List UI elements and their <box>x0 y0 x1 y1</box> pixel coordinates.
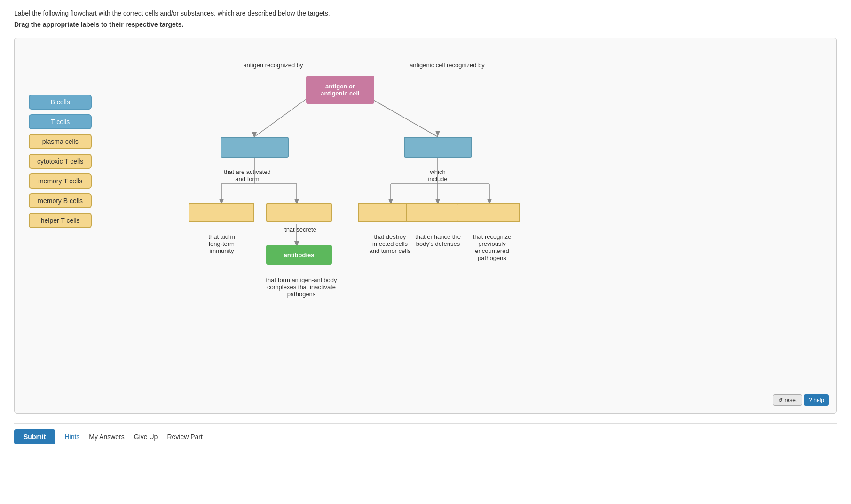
reset-button[interactable]: ↺ reset <box>773 394 802 406</box>
label-t-cells[interactable]: T cells <box>29 114 92 129</box>
label-memory-t-cells[interactable]: memory T cells <box>29 173 92 189</box>
svg-marker-10 <box>435 131 440 137</box>
left-y1-text: that aid in long-term immunity <box>188 226 256 254</box>
label-helper-t-cells[interactable]: helper T cells <box>29 213 92 228</box>
label-plasma-cells[interactable]: plasma cells <box>29 134 92 149</box>
submit-button[interactable]: Submit <box>14 429 55 444</box>
flowchart: antigen or antigenic cell antigen recogn… <box>118 47 827 386</box>
main-instructions: Label the following flowchart with the c… <box>14 9 837 17</box>
label-memory-b-cells[interactable]: memory B cells <box>29 193 92 208</box>
label-b-cells[interactable]: B cells <box>29 94 92 110</box>
activity-area: B cells T cells plasma cells cytotoxic T… <box>14 38 837 414</box>
svg-line-9 <box>372 99 438 137</box>
antigen-cell-box: antigen or antigenic cell <box>306 76 374 104</box>
drag-instructions: Drag the appropriate labels to their res… <box>14 21 837 28</box>
label-cytotoxic-t-cells[interactable]: cytotoxic T cells <box>29 154 92 169</box>
bottom-toolbar: Submit Hints My Answers Give Up Review P… <box>14 423 837 444</box>
reset-icon: ↺ <box>778 397 783 403</box>
antibodies-box: antibodies <box>266 245 332 265</box>
review-part-text[interactable]: Review Part <box>167 433 202 441</box>
give-up-text[interactable]: Give Up <box>134 433 158 441</box>
antigen-recognized-text: antigen recognized by <box>236 62 311 69</box>
left-activated-text: that are activated and form <box>212 161 283 182</box>
right-yellow3-drop-target[interactable] <box>457 203 520 222</box>
left-yellow2-drop-target[interactable] <box>266 203 332 222</box>
antigen-cell-label: antigen or antigenic cell <box>321 83 359 97</box>
antibodies-text: that form antigen-antibody complexes tha… <box>254 269 348 298</box>
labels-column: B cells T cells plasma cells cytotoxic T… <box>29 94 92 228</box>
left-blue-drop-target[interactable] <box>221 137 289 158</box>
util-buttons: ↺ reset ? help <box>773 394 829 406</box>
right-blue-drop-target[interactable] <box>404 137 472 158</box>
right-y3-text: that recognize previously encountered pa… <box>456 226 528 261</box>
right-include-text: which include <box>407 161 468 182</box>
hints-link[interactable]: Hints <box>64 433 79 441</box>
left-yellow1-drop-target[interactable] <box>189 203 254 222</box>
help-button[interactable]: ? help <box>804 394 829 406</box>
my-answers-text[interactable]: My Answers <box>89 433 124 441</box>
left-y2-text: that secrete <box>268 226 333 233</box>
svg-line-0 <box>254 99 306 137</box>
antigenic-recognized-text: antigenic cell recognized by <box>400 62 494 69</box>
